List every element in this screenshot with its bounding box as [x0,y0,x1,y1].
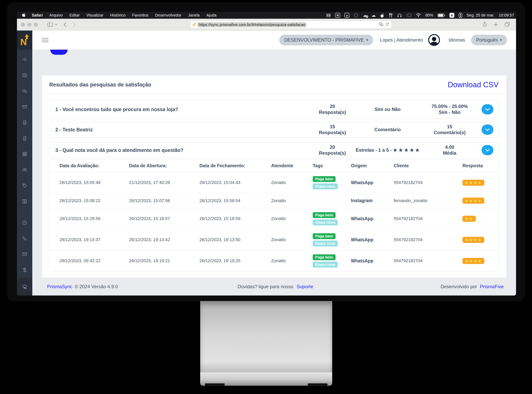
cell-cliente: fernando_zonatto [394,198,462,203]
question-result-label: Média [420,150,479,156]
avatar[interactable] [428,34,440,46]
cell-fechamento: 26/12/2023, 19:19:25 [199,258,271,263]
save-floppy-icon[interactable] [17,193,32,209]
menu-janela[interactable]: Janela [188,13,200,18]
share-icon[interactable] [482,21,487,28]
document-icon-2[interactable] [17,130,32,146]
question-label: 3 - Qual nota você dá para o atendimento… [55,147,310,153]
menu-arquivo[interactable]: Arquivo [49,13,63,18]
expand-question-button[interactable] [482,124,493,135]
col-header: Data de Abertura: [129,163,199,168]
notion-app-icon[interactable]: N [335,13,340,18]
prismafive-logo[interactable]: N [17,31,32,50]
environment-dropdown[interactable]: DESENVOLVIMENTO - PRISMAFIVE ▾ [279,35,373,45]
document-icon[interactable] [17,115,32,130]
stars-rating-badge: ★★ [462,216,476,222]
col-header: Resposta [462,163,499,168]
question-type: Comentário [355,127,420,133]
question-result: 4.00 [420,144,479,150]
tab-overview-icon[interactable] [505,22,510,27]
question-count: 15 [310,124,355,130]
clock-icon[interactable] [17,215,32,230]
cell-avaliacao: 26/12/2023, 15:29:56 [59,216,129,221]
cloud-sync-icon[interactable]: ☁✕ [363,13,367,18]
tag-badge: Etapa nova [313,183,338,189]
chat-bubbles-icon[interactable] [17,83,32,99]
question-count-label: Resposta(s) [310,130,355,135]
kanban-columns-icon[interactable] [17,67,32,83]
menu-favoritos[interactable]: Favoritos [132,13,148,18]
users-icon[interactable] [17,162,32,178]
traffic-light-close[interactable] [21,23,25,27]
grid-icon[interactable] [17,146,32,162]
input-source-icon[interactable]: A [449,13,454,18]
traffic-light-zoom[interactable] [34,23,38,27]
url-field[interactable]: N https://sync.prismafive.com.br/#/relat… [190,21,391,28]
question-row: 1 - Você encontrou tudo que procura em n… [49,100,499,119]
macos-menu-bar: Safari Arquivo Editar Visualizar Históri… [17,12,516,19]
phone-icon[interactable] [17,230,32,246]
new-tab-button[interactable]: + [494,21,498,28]
footer-support-link[interactable]: Suporte [297,284,313,289]
menubar-clock[interactable]: 10:09:57 [499,13,514,18]
dollar-icon[interactable]: $ [17,262,32,278]
question-result: 75.00% - 25.00% [420,104,479,109]
download-csv-link[interactable]: Download CSV [448,81,499,89]
sidebar-toggle-icon[interactable] [47,22,53,27]
forward-button[interactable] [73,22,76,27]
chevron-down-icon: ▾ [500,38,502,42]
menu-historico[interactable]: Histórico [110,13,125,18]
cell-origem: WhatsApp [351,258,394,264]
menu-editar[interactable]: Editar [69,13,80,18]
expand-question-button[interactable] [482,104,493,114]
translate-icon[interactable]: x [379,22,383,27]
triangle-app-icon[interactable]: ▲ [344,13,349,18]
apple-menu-icon[interactable] [22,13,26,18]
cell-cliente: 554792182704 [394,237,462,242]
envelope-icon-2[interactable] [17,246,32,262]
cell-abertura: 26/12/2023, 19:19:21 [129,258,199,263]
cloud-icon[interactable]: ☁ [371,13,376,18]
footer-developed-link[interactable]: PrismaFive [480,284,504,289]
language-dropdown[interactable]: Português ▾ [471,35,507,45]
hamburger-menu-icon[interactable] [42,38,48,42]
cell-avaliacao: 26/12/2023, 15:08:22 [59,198,129,203]
film-app-icon[interactable] [326,13,331,18]
col-header: Cliente [394,163,462,168]
collapse-question-button[interactable] [482,145,493,155]
sidebar-chevron-icon[interactable] [55,24,57,26]
table-row: 26/12/2023, 15:08:22 26/12/2023, 15:07:5… [49,193,499,208]
language-dropdown-label: Português [476,37,498,43]
menu-ajuda[interactable]: Ajuda [206,13,216,18]
table-header-row: Data da Avaliação: Data de Abertura: Dat… [49,160,499,172]
traffic-light-minimize[interactable] [27,23,31,27]
footer-brand-link[interactable]: PrismaSync [47,284,72,289]
menu-visualizar[interactable]: Visualizar [87,13,104,18]
menu-desenvolvedor[interactable]: Desenvolvedor [155,13,181,18]
sidebar-section-gap [17,209,32,215]
cleanmymac-icon[interactable] [380,13,384,18]
reload-icon[interactable] [385,22,389,27]
partial-scrolled-button[interactable] [50,50,68,55]
menu-safari[interactable]: Safari [32,13,43,18]
cell-fechamento: 26/12/2023, 15:18:59 [199,216,271,221]
shortcuts-icon[interactable] [459,13,462,18]
menubar-date[interactable]: Seg. 25 de mar. [467,13,494,18]
headphones-icon[interactable] [397,13,402,18]
satisfaction-heart-icon[interactable] [17,278,32,296]
wifi-icon[interactable] [416,13,421,17]
cell-abertura: 21/12/2023, 17:40:29 [129,180,199,185]
environment-dropdown-label: DESENVOLVIMENTO - PRISMAFIVE [284,37,364,43]
battery-icon[interactable] [438,14,445,17]
inactive-circle-icon[interactable] [354,13,358,18]
col-header: Origem [351,163,394,168]
question-count: 20 [310,104,355,109]
stage-manager-icon[interactable] [406,13,412,18]
question-row: 2 - Teste Beatriz 15Resposta(s) Comentár… [49,122,499,137]
dashboard-gauge-icon[interactable] [17,52,32,67]
url-text: https://sync.prismafive.com.br/#/relator… [198,22,306,27]
tag-icon[interactable] [17,178,32,193]
utensils-icon[interactable] [389,13,393,18]
back-button[interactable] [63,22,66,27]
envelope-icon[interactable] [17,99,32,115]
